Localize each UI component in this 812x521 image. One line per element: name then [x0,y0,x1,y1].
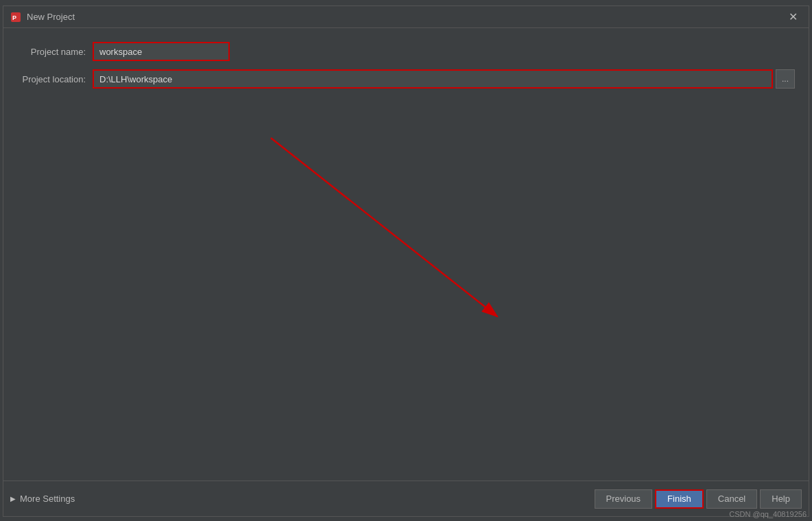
new-project-dialog: P New Project ✕ Project name: Project lo… [3,5,809,517]
more-settings-toggle[interactable]: ▶ More Settings [10,494,75,504]
main-area [17,97,795,481]
dialog-title: New Project [27,12,785,22]
svg-line-3 [271,138,497,316]
project-location-row: Project location: ... [17,69,795,89]
watermark: CSDN @qq_40819256 [729,510,807,518]
finish-button[interactable]: Finish [655,489,704,509]
more-settings-arrow-icon: ▶ [10,495,16,502]
title-bar: P New Project ✕ [3,6,809,28]
project-name-row: Project name: [17,42,795,61]
project-location-label: Project location: [17,74,93,84]
project-name-label: Project name: [17,47,93,57]
bottom-bar: ▶ More Settings Previous Finish Cancel H… [3,481,809,516]
dialog-content: Project name: Project location: ... [3,28,809,481]
close-button[interactable]: ✕ [785,10,802,24]
previous-button[interactable]: Previous [595,489,653,509]
dialog-icon: P [10,12,21,23]
location-row: ... [93,69,795,89]
cancel-button[interactable]: Cancel [706,489,757,509]
svg-text:P: P [12,14,16,21]
button-group: Previous Finish Cancel Help [595,489,802,509]
project-location-input[interactable] [93,69,773,89]
browse-button[interactable]: ... [776,69,795,89]
help-button[interactable]: Help [760,489,802,509]
annotation-arrow [17,97,795,481]
project-name-input[interactable] [93,42,230,61]
more-settings-label: More Settings [20,494,75,504]
